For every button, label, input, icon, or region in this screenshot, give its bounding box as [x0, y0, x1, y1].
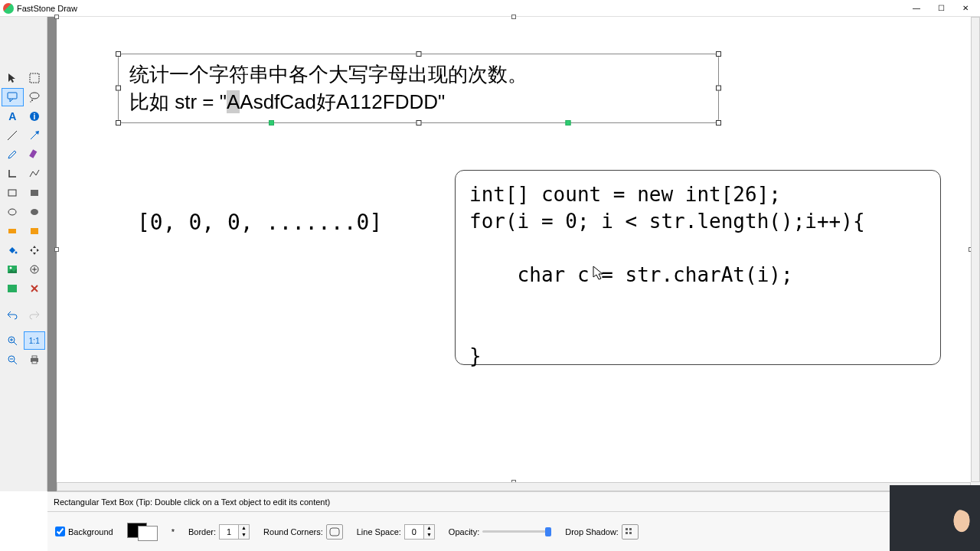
- resize-handle-icon[interactable]: [716, 51, 721, 57]
- svg-rect-37: [629, 528, 632, 530]
- svg-rect-33: [32, 356, 37, 358]
- arrow-tool[interactable]: [24, 126, 46, 145]
- toolbox: A i: [0, 17, 47, 491]
- border-spinner[interactable]: ▲▼: [219, 524, 250, 540]
- resize-handle-icon[interactable]: [716, 120, 721, 126]
- linespace-input[interactable]: [405, 525, 423, 539]
- svg-rect-22: [8, 285, 17, 292]
- code-textbox[interactable]: int[] count = new int[26]; for(i = 0; i …: [455, 170, 941, 365]
- border-label: Border:: [188, 527, 216, 536]
- svg-rect-14: [8, 229, 16, 233]
- highlight-block-tool[interactable]: [24, 222, 46, 240]
- drawing-canvas[interactable]: 统计一个字符串中各个大写字母出现的次数。 比如 str = "AAsdfCad好…: [57, 17, 971, 482]
- resize-handle-icon[interactable]: [116, 86, 121, 91]
- highlight-rect-tool[interactable]: [2, 222, 24, 240]
- ellipse-outline-tool[interactable]: [2, 203, 24, 221]
- image-tool[interactable]: [2, 260, 24, 279]
- resize-handle-icon[interactable]: [416, 51, 421, 57]
- rect-callout-tool[interactable]: [2, 88, 24, 106]
- undo-button[interactable]: [2, 305, 24, 324]
- lshape-tool[interactable]: [2, 165, 24, 183]
- highlighter-tool[interactable]: [24, 145, 46, 164]
- maximize-button[interactable]: ☐: [929, 1, 952, 16]
- pencil-tool[interactable]: [2, 145, 24, 164]
- background-checkbox[interactable]: [55, 527, 65, 536]
- highlighted-char: A: [227, 90, 240, 113]
- redo-button[interactable]: [24, 305, 46, 324]
- linespace-spinner[interactable]: ▲▼: [404, 524, 435, 540]
- close-button[interactable]: ✕: [954, 1, 977, 16]
- array-text[interactable]: [0, 0, 0, .......0]: [137, 210, 382, 235]
- fg-color-icon[interactable]: [138, 526, 158, 541]
- print-button[interactable]: [24, 350, 46, 369]
- rotate-handle-icon[interactable]: [566, 120, 571, 126]
- minimize-button[interactable]: —: [905, 1, 928, 16]
- zoom-in-button[interactable]: [2, 331, 24, 350]
- scrollbar-horizontal[interactable]: [57, 482, 971, 491]
- slider-thumb-icon[interactable]: [545, 527, 551, 536]
- pointer-tool[interactable]: [2, 69, 24, 87]
- add-tool[interactable]: [24, 260, 46, 279]
- svg-rect-38: [626, 532, 628, 534]
- text-tool[interactable]: A: [2, 107, 24, 126]
- rect-outline-tool[interactable]: [2, 184, 24, 202]
- spin-up-icon[interactable]: ▲: [238, 525, 249, 532]
- opacity-label: Opacity:: [449, 527, 479, 536]
- resize-handle-icon[interactable]: [416, 120, 421, 126]
- options-bar: Background * Border: ▲▼ Round Corners: L…: [47, 511, 890, 551]
- canvas-handle-icon[interactable]: [511, 15, 516, 19]
- svg-line-30: [14, 361, 17, 364]
- move-tool[interactable]: [24, 241, 46, 259]
- app-logo-icon: [3, 3, 14, 14]
- color-swatches[interactable]: [127, 523, 158, 541]
- problem-line1: 统计一个字符串中各个大写字母出现的次数。: [129, 60, 707, 88]
- polyline-tool[interactable]: [24, 165, 46, 183]
- stamp-tool[interactable]: [2, 279, 24, 298]
- svg-rect-15: [31, 228, 38, 234]
- svg-point-13: [31, 209, 38, 215]
- resize-handle-icon[interactable]: [116, 120, 121, 126]
- svg-rect-11: [31, 190, 38, 196]
- ellipse-fill-tool[interactable]: [24, 203, 46, 221]
- bucket-tool[interactable]: [2, 241, 24, 259]
- resize-handle-icon[interactable]: [116, 51, 121, 57]
- problem-line2: 比如 str = "AAsdfCad好A112FDDD": [129, 88, 707, 116]
- round-corners-button[interactable]: [326, 524, 343, 540]
- rotate-handle-icon[interactable]: [269, 120, 274, 126]
- svg-point-16: [15, 252, 18, 254]
- zoom-actual-button[interactable]: 1:1: [24, 331, 46, 350]
- webcam-overlay: [890, 485, 980, 551]
- scrollbar-vertical[interactable]: [971, 17, 980, 482]
- svg-point-4: [30, 101, 31, 102]
- drop-shadow-button[interactable]: [622, 524, 639, 540]
- svg-rect-1: [8, 93, 17, 99]
- svg-text:i: i: [33, 112, 35, 121]
- svg-rect-39: [629, 532, 632, 534]
- opacity-slider[interactable]: [482, 530, 551, 533]
- marquee-tool[interactable]: [24, 69, 46, 87]
- status-tip: Rectangular Text Box (Tip: Double click …: [54, 497, 330, 507]
- zoom-out-button[interactable]: [2, 350, 24, 369]
- svg-line-7: [8, 131, 17, 140]
- resize-handle-icon[interactable]: [716, 86, 721, 91]
- svg-rect-34: [32, 361, 37, 364]
- rect-fill-tool[interactable]: [24, 184, 46, 202]
- round-corners-label: Round Corners:: [263, 527, 323, 536]
- spin-up-icon[interactable]: ▲: [423, 525, 434, 532]
- info-tool[interactable]: i: [24, 107, 46, 126]
- svg-point-2: [30, 93, 39, 99]
- spin-down-icon[interactable]: ▼: [423, 532, 434, 539]
- status-bar: Rectangular Text Box (Tip: Double click …: [47, 491, 980, 511]
- svg-point-12: [8, 209, 16, 215]
- svg-line-8: [31, 133, 37, 139]
- svg-rect-10: [8, 190, 16, 196]
- svg-point-3: [31, 99, 33, 101]
- line-tool[interactable]: [2, 126, 24, 145]
- ellipse-callout-tool[interactable]: [24, 88, 46, 106]
- problem-textbox[interactable]: 统计一个字符串中各个大写字母出现的次数。 比如 str = "AAsdfCad好…: [118, 54, 719, 123]
- delete-tool[interactable]: [24, 279, 46, 298]
- spin-down-icon[interactable]: ▼: [238, 532, 249, 539]
- canvas-handle-icon[interactable]: [54, 247, 59, 252]
- border-input[interactable]: [220, 525, 238, 539]
- canvas-handle-icon[interactable]: [54, 15, 59, 19]
